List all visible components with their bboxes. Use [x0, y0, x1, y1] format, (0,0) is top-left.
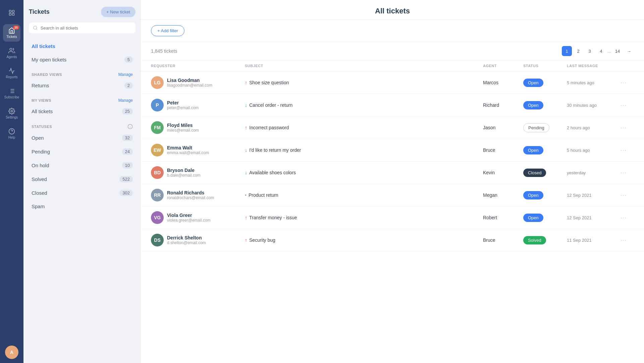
table-row[interactable]: RR Ronald Richards ronaldrochars@email.c… [141, 184, 644, 207]
status-items: Open32Pending24On hold10Solved522Closed3… [29, 131, 136, 213]
status-badge: Open [523, 214, 543, 222]
last-message-cell: 11 Sep 2021 [567, 238, 621, 243]
status-count: 24 [122, 148, 133, 155]
status-cell: Solved [523, 236, 567, 244]
page-2-button[interactable]: 2 [573, 46, 583, 56]
subject-text: Incorrect password [249, 125, 289, 130]
requester-cell: DS Derrick Shelton d.shelton@email.com [151, 234, 245, 246]
requester-avatar: RR [151, 189, 164, 201]
statuses-section: STATUSES [32, 124, 133, 129]
nav-item-dashboard[interactable] [3, 4, 20, 21]
status-cell: Pending [523, 123, 567, 132]
sidebar-item-all-tickets[interactable]: All tickets [29, 40, 136, 52]
table-row[interactable]: BD Bryson Dale b.dale@email.com ↓ Availa… [141, 162, 644, 184]
nav-item-settings[interactable]: Settings [3, 105, 20, 122]
requester-name: Peter [167, 100, 199, 105]
requester-avatar: FM [151, 121, 164, 134]
subject-cell: ↑ Transfer money - issue [245, 215, 483, 220]
page-dots: ... [607, 49, 611, 54]
subject-cell: ↑ Shoe size question [245, 80, 483, 85]
table-row[interactable]: P Peter peter@email.com ↓ Cancel order -… [141, 94, 644, 117]
sidebar-item-closed[interactable]: Closed302 [29, 186, 136, 199]
tickets-table: REQUESTER SUBJECT AGENT STATUS LAST MESS… [141, 60, 644, 363]
filter-bar: + Add filter [141, 20, 644, 42]
subject-text: Shoe size question [249, 80, 289, 85]
requester-info: Lisa Goodman lisagoodman@email.com [167, 78, 212, 88]
all-tickets-label: All tickets [32, 43, 55, 49]
nav-help-label: Help [8, 136, 15, 139]
main-header: All tickets [141, 0, 644, 20]
sidebar-item-all-tickets-view[interactable]: All tickets 25 [29, 105, 136, 118]
sidebar-item-spam[interactable]: Spam [29, 200, 136, 213]
agent-cell: Bruce [483, 237, 523, 243]
nav-tickets-label: Tickets [6, 35, 17, 39]
sidebar-item-on-hold[interactable]: On hold10 [29, 159, 136, 172]
add-filter-button[interactable]: + Add filter [151, 25, 184, 36]
more-actions-button[interactable]: ··· [621, 237, 634, 244]
agent-cell: Kevin [483, 170, 523, 175]
shared-views-manage[interactable]: Manage [118, 72, 133, 77]
svg-point-11 [11, 110, 13, 112]
all-tickets-view-count: 25 [122, 108, 133, 115]
header-requester: REQUESTER [151, 64, 245, 68]
search-input[interactable] [41, 26, 131, 31]
table-row[interactable]: DS Derrick Shelton d.shelton@email.com ↑… [141, 229, 644, 252]
subject-text: Product return [249, 192, 278, 198]
requester-info: Floyd Miles miles@email.com [167, 123, 199, 133]
table-header: REQUESTER SUBJECT AGENT STATUS LAST MESS… [141, 60, 644, 72]
subject-cell: ↑ Incorrect password [245, 125, 483, 130]
more-actions-button[interactable]: ··· [621, 214, 634, 221]
subject-text: Transfer money - issue [249, 215, 297, 220]
all-tickets-view-label: All tickets [32, 108, 53, 114]
page-1-button[interactable]: 1 [562, 46, 572, 56]
statuses-label: STATUSES [32, 125, 52, 129]
subject-cell: ↓ Cancel order - return [245, 102, 483, 108]
more-actions-button[interactable]: ··· [621, 79, 634, 86]
sidebar-item-my-open-tickets[interactable]: My open tickets 5 [29, 53, 136, 66]
status-badge: Pending [523, 123, 549, 132]
requester-avatar: VG [151, 211, 164, 224]
sidebar-item-solved[interactable]: Solved522 [29, 173, 136, 186]
last-message-cell: 12 Sep 2021 [567, 215, 621, 220]
status-badge: Open [523, 191, 543, 199]
last-message-cell: 30 minutes ago [567, 103, 621, 108]
last-message-cell: 2 hours ago [567, 125, 621, 130]
requester-name: Floyd Miles [167, 123, 199, 128]
more-actions-button[interactable]: ··· [621, 124, 634, 131]
nav-item-subscribe[interactable]: Subscribe [3, 85, 20, 102]
sidebar-item-open[interactable]: Open32 [29, 131, 136, 144]
table-row[interactable]: FM Floyd Miles miles@email.com ↑ Incorre… [141, 117, 644, 139]
status-count: 302 [119, 190, 133, 196]
requester-cell: EW Emma Walt emma.walt@email.com [151, 144, 245, 156]
requester-email: d.shelton@email.com [167, 240, 206, 245]
page-4-button[interactable]: 4 [596, 46, 606, 56]
new-ticket-button[interactable]: + New ticket [101, 7, 136, 17]
nav-item-tickets[interactable]: 25 Tickets [3, 24, 20, 42]
more-actions-button[interactable]: ··· [621, 192, 634, 199]
table-row[interactable]: LG Lisa Goodman lisagoodman@email.com ↑ … [141, 72, 644, 94]
next-page-button[interactable]: → [624, 46, 634, 56]
status-label: Pending [32, 149, 50, 154]
more-actions-button[interactable]: ··· [621, 147, 634, 154]
page-14-button[interactable]: 14 [612, 46, 623, 56]
table-row[interactable]: EW Emma Walt emma.walt@email.com ↓ I'd l… [141, 139, 644, 162]
sidebar-header: Tickets + New ticket [29, 7, 136, 17]
svg-rect-3 [12, 13, 14, 15]
nav-item-reports[interactable]: Reports [3, 64, 20, 82]
requester-avatar: P [151, 99, 164, 111]
nav-item-help[interactable]: Help [3, 125, 20, 142]
user-avatar[interactable]: A [5, 346, 18, 359]
status-cell: Open [523, 146, 567, 154]
nav-item-agents[interactable]: Agents [3, 44, 20, 62]
more-actions-button[interactable]: ··· [621, 102, 634, 109]
table-row[interactable]: VG Viola Greer violea.greer@email.com ↑ … [141, 207, 644, 229]
page-3-button[interactable]: 3 [585, 46, 595, 56]
sidebar-item-returns[interactable]: Returns 2 [29, 79, 136, 92]
subject-cell: ↑ Security bug [245, 237, 483, 243]
more-actions-button[interactable]: ··· [621, 169, 634, 176]
sidebar-item-pending[interactable]: Pending24 [29, 145, 136, 158]
my-views-manage[interactable]: Manage [118, 98, 133, 103]
nav-agents-label: Agents [6, 55, 17, 59]
sidebar-title: Tickets [29, 8, 50, 15]
requester-email: peter@email.com [167, 105, 199, 110]
